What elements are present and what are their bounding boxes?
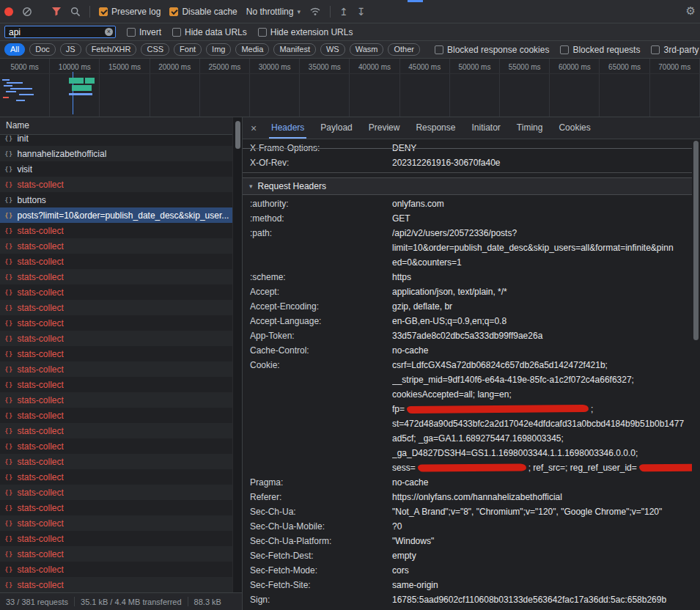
request-row[interactable]: {}stats-collect xyxy=(0,238,233,254)
requests-scrollbar[interactable] xyxy=(232,117,242,592)
request-row[interactable]: {}stats-collect xyxy=(0,500,233,515)
type-filter-img[interactable]: Img xyxy=(206,43,231,56)
request-row[interactable]: {}stats-collect xyxy=(0,361,233,377)
request-name: stats-collect xyxy=(17,349,63,359)
checkbox-label: Blocked response cookies xyxy=(447,45,549,55)
header-value: empty xyxy=(392,548,692,563)
request-type-icon: {} xyxy=(4,288,12,296)
export-har-button[interactable]: ↧ xyxy=(357,7,366,17)
request-type-icon: {} xyxy=(4,319,12,327)
request-row[interactable]: {}posts?limit=10&order=publish_date_desc… xyxy=(0,207,233,223)
tab-preview[interactable]: Preview xyxy=(361,117,408,139)
hide-extension-urls-checkbox[interactable]: Hide extension URLs xyxy=(258,27,353,37)
throttling-select[interactable]: No throttling ▾ xyxy=(246,7,301,17)
request-row[interactable]: {}hannahelizabethofficial xyxy=(0,146,233,161)
request-row[interactable]: {}stats-collect xyxy=(0,438,233,454)
clear-network-log-button[interactable] xyxy=(22,7,32,17)
request-name: stats-collect xyxy=(17,318,63,328)
request-row[interactable]: {}stats-collect xyxy=(0,408,233,423)
tab-cookies[interactable]: Cookies xyxy=(550,117,598,139)
scrollbar-thumb[interactable] xyxy=(693,141,699,340)
request-row[interactable]: {}stats-collect xyxy=(0,392,233,408)
request-row[interactable]: {}stats-collect xyxy=(0,177,233,192)
status-divider xyxy=(188,597,188,606)
timeline-column: 45000 ms xyxy=(400,59,450,117)
close-details-icon[interactable]: × xyxy=(248,122,259,134)
type-filter-js[interactable]: JS xyxy=(60,43,81,56)
preserve-log-checkbox[interactable]: Preserve log xyxy=(99,7,161,17)
timeline-column: 30000 ms xyxy=(250,59,300,117)
disable-cache-checkbox[interactable]: Disable cache xyxy=(169,7,237,17)
header-row: Cache-Control:no-cache xyxy=(243,343,692,358)
settings-gear-icon[interactable]: ⚙ xyxy=(686,6,696,17)
type-filter-manifest[interactable]: Manifest xyxy=(273,43,316,56)
tab-payload[interactable]: Payload xyxy=(312,117,360,139)
request-row[interactable]: {}stats-collect xyxy=(0,469,233,485)
request-row[interactable]: {}stats-collect xyxy=(0,346,233,361)
name-column-header[interactable]: Name xyxy=(0,117,233,135)
request-row[interactable]: {}stats-collect xyxy=(0,377,233,392)
header-value: onlyfans.com xyxy=(392,196,692,211)
request-row[interactable]: {}stats-collect xyxy=(0,331,233,346)
request-type-icon: {} xyxy=(4,334,12,342)
request-row[interactable]: {}stats-collect xyxy=(0,454,233,469)
type-filter-css[interactable]: CSS xyxy=(141,43,169,56)
type-filter-media[interactable]: Media xyxy=(235,43,269,56)
type-filter-fetch-xhr[interactable]: Fetch/XHR xyxy=(86,43,137,56)
request-row[interactable]: {}visit xyxy=(0,161,233,177)
clear-filter-icon[interactable]: × xyxy=(105,28,113,36)
chevron-down-icon: ▾ xyxy=(297,8,301,15)
activity-bar xyxy=(7,82,23,84)
tab-response[interactable]: Response xyxy=(408,117,463,139)
type-filter-font[interactable]: Font xyxy=(174,43,202,56)
request-row[interactable]: {}stats-collect xyxy=(0,562,233,577)
request-row[interactable]: {}stats-collect xyxy=(0,300,233,315)
tab-timing[interactable]: Timing xyxy=(509,117,551,139)
request-type-icon: {} xyxy=(4,135,12,142)
header-value-line: cookiesAccepted=all; lang=en; xyxy=(392,387,692,402)
request-row[interactable]: {}init xyxy=(0,135,233,146)
timeline-overview[interactable]: 5000 ms10000 ms15000 ms20000 ms25000 ms3… xyxy=(0,59,700,117)
filter-bar: api × Invert Hide data URLs Hide extensi… xyxy=(0,23,700,41)
request-row[interactable]: {}stats-collect xyxy=(0,254,233,269)
request-headers-section[interactable]: ▾Request Headers xyxy=(243,177,692,195)
request-row[interactable]: {}stats-collect xyxy=(0,531,233,546)
type-filter-bar: AllDocJSFetch/XHRCSSFontImgMediaManifest… xyxy=(0,41,700,59)
request-name: stats-collect xyxy=(17,303,63,313)
checkbox-blocked-requests[interactable]: Blocked requests xyxy=(560,45,640,55)
request-row[interactable]: {}stats-collect xyxy=(0,423,233,438)
timeline-separator xyxy=(0,73,700,74)
details-scrollbar[interactable] xyxy=(692,139,700,610)
request-row[interactable]: {}stats-collect xyxy=(0,284,233,300)
request-row[interactable]: {}stats-collect xyxy=(0,546,233,562)
tab-initiator[interactable]: Initiator xyxy=(463,117,508,139)
type-filter-all[interactable]: All xyxy=(4,43,25,56)
network-conditions-button[interactable] xyxy=(309,7,321,16)
record-button[interactable] xyxy=(4,7,13,16)
request-row[interactable]: {}stats-collect xyxy=(0,515,233,531)
header-row: :path:/api2/v2/users/20572336/posts?limi… xyxy=(243,226,692,270)
checkbox-blocked-response-cookies[interactable]: Blocked response cookies xyxy=(435,45,549,55)
type-filter-ws[interactable]: WS xyxy=(320,43,345,56)
tab-headers[interactable]: Headers xyxy=(263,117,312,139)
filter-input[interactable]: api × xyxy=(4,26,116,38)
filter-toggle-button[interactable] xyxy=(51,7,62,16)
request-row[interactable]: {}stats-collect xyxy=(0,315,233,331)
hide-data-urls-checkbox[interactable]: Hide data URLs xyxy=(172,27,247,37)
scrollbar-thumb[interactable] xyxy=(235,121,240,149)
type-filter-wasm[interactable]: Wasm xyxy=(350,43,384,56)
header-name: Accept-Encoding: xyxy=(250,299,392,314)
request-row[interactable]: {}stats-collect xyxy=(0,577,233,592)
timeline-column: 25000 ms xyxy=(200,59,250,117)
import-har-button[interactable]: ↥ xyxy=(339,7,348,17)
request-row[interactable]: {}stats-collect xyxy=(0,223,233,238)
type-filter-other[interactable]: Other xyxy=(388,43,420,56)
invert-checkbox[interactable]: Invert xyxy=(127,27,161,37)
request-row[interactable]: {}stats-collect xyxy=(0,269,233,284)
type-filter-doc[interactable]: Doc xyxy=(29,43,56,56)
search-button[interactable] xyxy=(70,7,81,17)
request-row[interactable]: {}buttons xyxy=(0,192,233,207)
checkbox-3rd-party-requests[interactable]: 3rd-party requests xyxy=(651,45,700,55)
activity-bar xyxy=(19,94,34,95)
request-row[interactable]: {}stats-collect xyxy=(0,485,233,500)
